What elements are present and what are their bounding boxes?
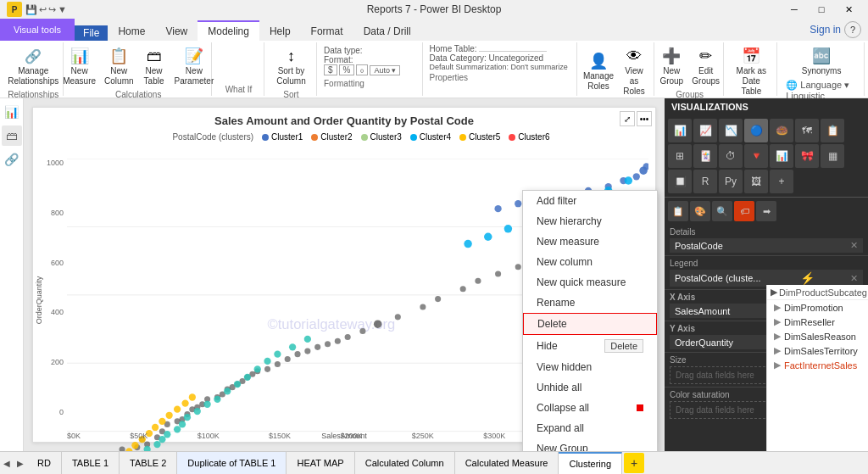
menu-new-quick-measure[interactable]: New quick measure — [523, 272, 657, 293]
svg-point-75 — [264, 358, 270, 365]
maximize-button[interactable]: □ — [809, 0, 834, 19]
help-button[interactable]: ? — [844, 21, 861, 38]
fact-internet-sales-item[interactable]: ▶ FactInternetSales — [767, 358, 868, 372]
viz-icon-table[interactable]: 📋 — [821, 119, 844, 142]
sort-by-column-button[interactable]: ↕ Sort byColumn — [273, 44, 309, 88]
model-view-button[interactable]: 🔗 — [2, 149, 22, 170]
format-tab-button[interactable]: 🎨 — [690, 201, 710, 221]
analytics-tab-button[interactable]: 🔍 — [712, 201, 732, 221]
chart-toolbar[interactable]: ⤢ ••• — [620, 111, 652, 126]
viz-icon-gauge[interactable]: ⏱ — [719, 144, 743, 168]
tab-home[interactable]: Home — [108, 22, 155, 41]
tab-modeling[interactable]: Modeling — [198, 20, 259, 41]
tab-scroll-right[interactable]: ▶ — [14, 452, 27, 475]
tab-data-drill[interactable]: Data / Drill — [353, 22, 421, 41]
edit-groups-button[interactable]: ✏ EditGroups — [688, 44, 723, 88]
dim-reseller-item[interactable]: ▶ DimReseller — [767, 315, 868, 329]
viz-icon-area[interactable]: 📉 — [719, 119, 743, 142]
viz-icon-scatter[interactable]: 🔵 — [744, 119, 768, 142]
tab-format[interactable]: Format — [301, 22, 353, 41]
tab-file[interactable]: File — [75, 25, 108, 41]
mark-as-date-table-button[interactable]: 📅 Mark asDate Table — [731, 44, 771, 98]
viz-icon-ribbon[interactable]: 🎀 — [795, 144, 819, 168]
report-view-button[interactable]: 📊 — [2, 102, 22, 122]
tab-rd[interactable]: RD — [27, 452, 62, 475]
viz-icon-funnel[interactable]: 🔻 — [744, 144, 768, 168]
svg-point-71 — [224, 388, 231, 394]
svg-point-114 — [504, 225, 512, 232]
viz-icon-waterfall[interactable]: 📊 — [770, 144, 793, 168]
visual-tools-tab[interactable]: Visual tools — [0, 19, 75, 41]
viz-icon-treemap[interactable]: ▦ — [821, 144, 844, 168]
legend-remove-icon[interactable]: ✕ — [850, 273, 858, 284]
tab-calculated-measure[interactable]: Calculated Measure — [455, 452, 559, 475]
dim-sales-reason-item[interactable]: ▶ DimSalesReason — [767, 329, 868, 343]
svg-point-66 — [179, 421, 186, 427]
tab-help[interactable]: Help — [259, 22, 301, 41]
menu-expand-all[interactable]: Expand all — [523, 418, 657, 438]
menu-new-group[interactable]: New Group — [523, 438, 657, 451]
menu-delete[interactable]: Delete — [523, 313, 657, 335]
tab-heat-map[interactable]: HEAT MAP — [287, 452, 354, 475]
new-measure-button[interactable]: 📊 NewMeasure — [59, 44, 99, 88]
dim-promotion-item[interactable]: ▶ DimPromotion — [767, 300, 868, 315]
viz-toolbar[interactable]: 📋 🎨 🔍 🏷 ➡ — [665, 197, 868, 225]
menu-view-hidden[interactable]: View hidden — [523, 357, 657, 377]
quick-access[interactable]: 💾 ↩ ↪ ▼ — [25, 4, 67, 15]
tab-table1[interactable]: TABLE 1 — [62, 452, 120, 475]
title-bar-controls[interactable]: ─ □ ✕ — [782, 0, 861, 19]
new-column-button[interactable]: 📋 NewColumn — [101, 44, 136, 88]
data-view-button[interactable]: 🗃 — [2, 125, 22, 146]
new-parameter-button[interactable]: 📝 NewParameter — [171, 44, 218, 88]
close-button[interactable]: ✕ — [836, 0, 861, 19]
viz-icon-pie[interactable]: 🍩 — [770, 119, 793, 142]
viz-icon-line[interactable]: 📈 — [693, 119, 717, 142]
main-area: 📊 🗃 🔗 ⤢ ••• Sales Amount and Order Quant… — [0, 98, 868, 451]
synonyms-button[interactable]: 🔤 Synonyms — [798, 44, 845, 78]
fields-expand-all[interactable]: ▶ DimProductSubcateg... — [767, 285, 868, 300]
viz-icon-slicer[interactable]: 🔲 — [668, 170, 692, 193]
dim-sales-territory-item[interactable]: ▶ DimSalesTerritory — [767, 343, 868, 358]
more-options-button[interactable]: ••• — [637, 111, 652, 126]
viz-icon-map[interactable]: 🗺 — [795, 119, 819, 142]
tab-clustering[interactable]: Clustering — [559, 452, 622, 475]
menu-new-column[interactable]: New column — [523, 252, 657, 272]
viz-icon-custom[interactable]: + — [770, 170, 793, 193]
menu-new-measure[interactable]: New measure — [523, 231, 657, 252]
add-tab-button[interactable]: + — [624, 453, 644, 473]
viz-icon-card[interactable]: 🃏 — [693, 144, 717, 168]
viz-icon-r[interactable]: R — [693, 170, 717, 193]
viz-icon-bar[interactable]: 📊 — [668, 119, 692, 142]
tab-view[interactable]: View — [155, 22, 198, 41]
minimize-button[interactable]: ─ — [782, 0, 807, 19]
view-as-roles-button[interactable]: 👁 View asRoles — [617, 44, 650, 98]
menu-new-hierarchy[interactable]: New hierarchy — [523, 211, 657, 231]
viz-icon-python[interactable]: Py — [719, 170, 743, 193]
details-remove-icon[interactable]: ✕ — [850, 240, 858, 251]
manage-roles-button[interactable]: 👤 ManageRoles — [581, 49, 616, 93]
tab-table2[interactable]: TABLE 2 — [120, 452, 177, 475]
viz-icon-image[interactable]: 🖼 — [744, 170, 768, 193]
drillthrough-button[interactable]: ➡ — [756, 201, 776, 221]
viz-icon-matrix[interactable]: ⊞ — [668, 144, 692, 168]
menu-add-filter[interactable]: Add filter — [523, 191, 657, 211]
menu-unhide-all[interactable]: Unhide all — [523, 377, 657, 398]
tab-calculated-column[interactable]: Calculated Column — [355, 452, 455, 475]
new-table-button[interactable]: 🗃 NewTable — [139, 44, 170, 88]
new-group-button[interactable]: ➕ NewGroup — [656, 44, 687, 88]
new-measure-icon: 📊 — [70, 46, 90, 66]
svg-point-88 — [152, 424, 159, 431]
tab-scroll-left[interactable]: ◀ — [0, 452, 14, 475]
expand-chart-button[interactable]: ⤢ — [620, 111, 635, 126]
visualization-icons[interactable]: 📊 📈 📉 🔵 🍩 🗺 📋 ⊞ 🃏 ⏱ 🔻 📊 🎀 ▦ 🔲 R Py 🖼 + — [665, 115, 868, 197]
menu-collapse-all[interactable]: Collapse all — [523, 398, 657, 418]
app-icon: P — [7, 2, 22, 17]
manage-relationships-button[interactable]: 🔗 ManageRelationships — [4, 44, 62, 88]
sign-in-link[interactable]: Sign in — [810, 24, 841, 36]
tab-duplicate-table1[interactable]: Duplicate of TABLE 1 — [177, 452, 287, 475]
filter-tab-button[interactable]: 🏷 — [734, 201, 754, 221]
svg-point-67 — [184, 414, 191, 421]
menu-hide[interactable]: Hide Delete — [523, 335, 657, 357]
fields-tab-button[interactable]: 📋 — [668, 201, 688, 221]
menu-rename[interactable]: Rename — [523, 293, 657, 313]
